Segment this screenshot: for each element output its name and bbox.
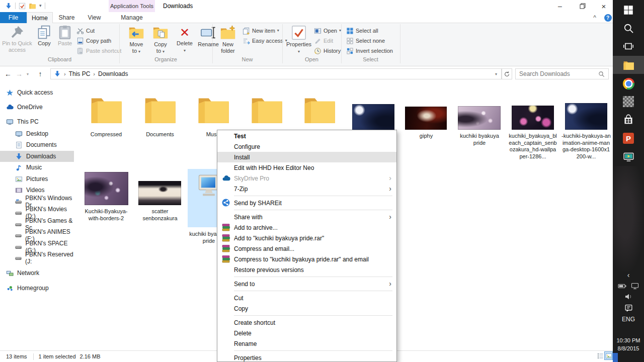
- language-indicator[interactable]: ENG: [613, 316, 644, 323]
- menu-item-install[interactable]: Install: [217, 152, 396, 162]
- sidebar-item-downloads[interactable]: Downloads: [0, 151, 74, 162]
- history-button[interactable]: History: [314, 46, 341, 55]
- menu-item-create-shortcut[interactable]: Create shortcut: [217, 317, 396, 328]
- large-icons-view-button[interactable]: [604, 351, 613, 360]
- tab-view[interactable]: View: [80, 12, 108, 23]
- sidebar-item-pictures[interactable]: Pictures: [0, 173, 74, 185]
- sidebar-item-this-pc[interactable]: This PC: [0, 116, 74, 127]
- file-image-borders[interactable]: [85, 172, 128, 205]
- select-all-button[interactable]: Select all: [346, 26, 378, 35]
- menu-item-share-with[interactable]: Share with›: [217, 212, 396, 222]
- tab-file[interactable]: File: [0, 12, 27, 23]
- easy-access-button[interactable]: Easy access▾: [243, 36, 287, 45]
- copy-to-button[interactable]: Copyto ▾: [149, 24, 172, 54]
- sidebar-item-homegroup[interactable]: Homegroup: [0, 283, 74, 294]
- breadcrumb-this-pc[interactable]: This PC: [69, 70, 91, 77]
- sidebar-item-network[interactable]: Network: [0, 267, 74, 279]
- new-item-button[interactable]: New item▾: [243, 26, 279, 35]
- search-input[interactable]: [516, 69, 608, 79]
- menu-item-restore-versions[interactable]: Restore previous versions: [217, 264, 396, 275]
- properties-button[interactable]: Properties▾: [285, 24, 312, 54]
- file-image-kuchiki-pride[interactable]: [458, 106, 501, 130]
- taskbar-powerpoint[interactable]: P: [613, 129, 644, 147]
- folder-label[interactable]: Documents: [132, 131, 188, 138]
- tab-home[interactable]: Home: [27, 12, 53, 23]
- file-image-manga-desktop[interactable]: [565, 103, 607, 130]
- folder-documents[interactable]: [141, 90, 179, 128]
- breadcrumb[interactable]: › This PC › Downloads ▾: [50, 68, 502, 79]
- taskbar-media-app[interactable]: [613, 148, 644, 166]
- refresh-button[interactable]: [502, 68, 512, 79]
- taskbar-store[interactable]: [613, 111, 644, 129]
- start-button[interactable]: [613, 1, 644, 19]
- sidebar-item-desktop[interactable]: Desktop: [0, 128, 74, 139]
- new-folder-button[interactable]: Newfolder: [216, 24, 239, 54]
- back-button[interactable]: ←: [3, 68, 13, 79]
- menu-item-properties[interactable]: Properties: [217, 352, 396, 362]
- new-folder-qat-icon[interactable]: [29, 2, 36, 10]
- menu-item-skydrive-pro[interactable]: SkyDrive Pro›: [217, 173, 396, 184]
- move-to-button[interactable]: Moveto ▾: [125, 24, 148, 54]
- menu-item-shareit[interactable]: Send by SHAREit: [217, 198, 396, 208]
- invert-selection-button[interactable]: Invert selection: [346, 46, 393, 55]
- menu-item-test[interactable]: Test: [217, 131, 396, 141]
- action-center-button[interactable]: [613, 302, 644, 313]
- sidebar-item-movies-drive[interactable]: PBKN's Movies (D:): [0, 207, 74, 218]
- tray-expand-button[interactable]: ‹: [613, 269, 644, 281]
- cut-button[interactable]: Cut: [76, 26, 95, 35]
- details-view-button[interactable]: [596, 351, 604, 360]
- taskbar-file-explorer[interactable]: [613, 56, 644, 74]
- sidebar-item-reserved-drive[interactable]: PBKN's Reserved (J:: [0, 252, 74, 263]
- volume-button[interactable]: [613, 292, 644, 302]
- menu-item-add-to-rar[interactable]: Add to "kuchiki byakuya pride.rar": [217, 233, 396, 243]
- menu-item-delete[interactable]: Delete: [217, 328, 396, 338]
- sidebar-item-music[interactable]: Music: [0, 162, 74, 173]
- minimize-button[interactable]: –: [549, 0, 571, 12]
- file-image-label[interactable]: kuchiki byakuya pride: [454, 133, 505, 146]
- menu-item-compress-rar-email[interactable]: Compress to "kuchiki byakuya pride.rar" …: [217, 254, 396, 264]
- folder-compressed[interactable]: [88, 90, 125, 128]
- sidebar-item-documents[interactable]: Documents: [0, 139, 74, 150]
- file-image-scatter[interactable]: [138, 181, 181, 205]
- copy-path-button[interactable]: Copy path: [76, 36, 111, 45]
- folder-label[interactable]: Compressed: [78, 131, 134, 138]
- menu-item-copy[interactable]: Copy: [217, 303, 396, 314]
- menu-item-cut[interactable]: Cut: [217, 293, 396, 303]
- breadcrumb-downloads[interactable]: Downloads: [98, 70, 128, 77]
- delete-button[interactable]: ✕ Delete▾: [173, 24, 196, 53]
- open-button[interactable]: Open▾: [314, 26, 341, 35]
- sidebar-item-animes-drive[interactable]: PBKN's ANIMES (F:): [0, 230, 74, 241]
- sidebar-item-quick-access[interactable]: Quick access: [0, 87, 74, 98]
- collapse-ribbon-button[interactable]: ^: [589, 12, 601, 23]
- file-image-giphy[interactable]: [405, 107, 447, 130]
- up-button[interactable]: ↑: [35, 68, 45, 79]
- copy-button[interactable]: Copy: [34, 24, 54, 47]
- address-dropdown-caret[interactable]: ▾: [495, 72, 497, 76]
- help-button[interactable]: ?: [602, 12, 614, 23]
- forward-button[interactable]: →: [14, 68, 24, 79]
- close-button[interactable]: ×: [593, 0, 614, 12]
- file-image-wallpaper[interactable]: [512, 106, 554, 130]
- task-view-button[interactable]: [613, 37, 644, 55]
- folder-5[interactable]: [301, 90, 338, 128]
- clock-time[interactable]: 10:30 PM: [613, 337, 644, 343]
- paste-shortcut-button[interactable]: Paste shortcut: [76, 46, 121, 55]
- customize-qat-caret[interactable]: ▾: [39, 4, 42, 8]
- menu-item-add-to-archive[interactable]: Add to archive...: [217, 222, 396, 233]
- tab-manage[interactable]: Manage: [109, 12, 155, 23]
- menu-item-compress-email[interactable]: Compress and email...: [217, 243, 396, 254]
- file-image-label[interactable]: Kuchiki-Byakuya-with-borders-2: [80, 208, 132, 222]
- recent-locations-caret[interactable]: ▾: [24, 68, 31, 79]
- taskbar-pixel-app[interactable]: [613, 93, 644, 111]
- menu-item-configure[interactable]: Configure: [217, 141, 396, 152]
- search-box[interactable]: [515, 68, 609, 79]
- file-image-label[interactable]: giphy: [400, 133, 452, 140]
- folder-4[interactable]: [248, 90, 285, 128]
- file-image-1[interactable]: [352, 104, 394, 132]
- restore-button[interactable]: [572, 0, 593, 12]
- select-none-button[interactable]: Select none: [346, 36, 385, 45]
- edit-button[interactable]: Edit: [314, 36, 333, 45]
- sidebar-item-videos[interactable]: Videos: [0, 185, 74, 196]
- menu-item-7zip[interactable]: 7-Zip›: [217, 184, 396, 194]
- menu-item-rename[interactable]: Rename: [217, 338, 396, 349]
